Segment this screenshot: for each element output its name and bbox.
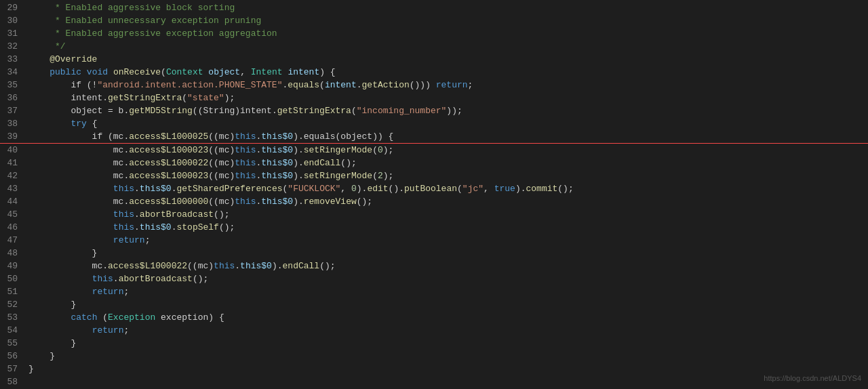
line-content: mc.access$L1000023((mc)this.this$0).setR… xyxy=(26,144,868,157)
line-content: return; xyxy=(26,324,868,337)
token: equals xyxy=(288,80,319,90)
token: stopSelf xyxy=(176,222,218,232)
code-lines: 29 * Enabled aggressive block sorting30 … xyxy=(0,1,868,388)
line-number: 57 xyxy=(0,363,26,375)
token: ((mc) xyxy=(187,261,214,271)
token: public xyxy=(50,67,81,77)
token: exception) { xyxy=(155,312,224,323)
token: this$0 xyxy=(140,184,172,194)
token: } xyxy=(28,338,76,348)
line-number: 40 xyxy=(0,144,26,157)
token xyxy=(81,67,87,77)
token: this$0 xyxy=(261,131,293,142)
token: @Override xyxy=(28,54,97,64)
line-content: } xyxy=(26,363,868,375)
line-content: if (mc.access$L1000025((mc)this.this$0).… xyxy=(26,130,868,143)
token: 0 xyxy=(378,145,383,155)
token xyxy=(28,184,113,194)
token: edit xyxy=(367,184,388,194)
code-line: 58 xyxy=(0,375,868,388)
line-content: @Override xyxy=(26,53,868,66)
token: "FUCKLOCK" xyxy=(288,184,340,194)
token: } xyxy=(28,248,97,258)
token: intent xyxy=(288,67,319,77)
token xyxy=(28,67,50,77)
token: Exception xyxy=(108,312,155,323)
token: 2 xyxy=(378,171,383,181)
line-content: return; xyxy=(26,285,868,298)
token: ); xyxy=(224,93,235,103)
line-content: * Enabled aggressive block sorting xyxy=(26,1,868,14)
code-line: 40 mc.access$L1000023((mc)this.this$0).s… xyxy=(0,144,868,157)
token: . xyxy=(357,80,362,90)
token: return xyxy=(92,287,124,297)
token: (); xyxy=(557,184,573,194)
token: return xyxy=(113,235,145,245)
line-number: 56 xyxy=(0,350,26,363)
code-line: 53 catch (Exception exception) { xyxy=(0,311,868,324)
token: ((mc) xyxy=(208,131,235,142)
token: object = b. xyxy=(28,106,129,116)
token: endCall xyxy=(304,158,341,168)
line-number: 39 xyxy=(0,130,26,143)
token: Intent xyxy=(251,67,283,77)
token: this$0 xyxy=(261,197,293,207)
token: ; xyxy=(468,80,473,90)
line-number: 45 xyxy=(0,208,26,221)
token: onReceive xyxy=(113,67,161,77)
token xyxy=(28,209,113,220)
line-number: 31 xyxy=(0,27,26,40)
token: if (mc. xyxy=(28,131,129,142)
code-line: 48 } xyxy=(0,247,868,260)
code-line: 35 if (!"android.intent.action.PHONE_STA… xyxy=(0,79,868,91)
token: mc. xyxy=(28,171,129,181)
token: * Enabled unnecessary exception pruning xyxy=(28,16,261,26)
token: } xyxy=(28,364,34,374)
token: endCall xyxy=(283,261,320,271)
token: abortBroadcast xyxy=(140,209,214,220)
line-content: this.this$0.stopSelf(); xyxy=(26,221,868,234)
token: mc. xyxy=(28,197,129,207)
token: ; xyxy=(123,287,129,297)
token: )); xyxy=(446,106,462,116)
token: ); xyxy=(383,145,394,155)
line-content: } xyxy=(26,350,868,363)
token: setRingerMode xyxy=(304,171,372,181)
token: (); xyxy=(219,222,235,232)
line-number: 38 xyxy=(0,117,26,130)
token: access$L1000025 xyxy=(129,131,208,142)
code-line: 51 return; xyxy=(0,285,868,298)
token: getStringExtra xyxy=(277,106,351,116)
token: ((mc) xyxy=(208,145,235,155)
token xyxy=(28,119,71,129)
line-number: 35 xyxy=(0,79,26,91)
token: ( xyxy=(319,80,325,90)
token xyxy=(108,67,113,77)
line-number: 41 xyxy=(0,157,26,169)
token: getSharedPreferences xyxy=(176,184,282,194)
token: removeView xyxy=(304,197,357,207)
line-number: 58 xyxy=(0,375,26,388)
token: mc. xyxy=(28,158,129,168)
line-number: 43 xyxy=(0,182,26,195)
line-number: 34 xyxy=(0,66,26,79)
line-number: 44 xyxy=(0,195,26,208)
line-content: return; xyxy=(26,234,868,247)
token: access$L1000023 xyxy=(129,145,208,155)
line-content: * Enabled aggressive exception aggregati… xyxy=(26,27,868,40)
line-number: 48 xyxy=(0,247,26,260)
line-number: 46 xyxy=(0,221,26,234)
token: access$L1000023 xyxy=(129,171,208,181)
token xyxy=(28,325,92,335)
token: ; xyxy=(123,325,129,335)
code-line: 50 this.abortBroadcast(); xyxy=(0,272,868,285)
token: . xyxy=(113,274,119,284)
code-line: 57} xyxy=(0,363,868,375)
line-number: 33 xyxy=(0,53,26,66)
token: this xyxy=(113,209,134,220)
line-content: */ xyxy=(26,40,868,53)
token: ((mc) xyxy=(208,197,235,207)
token: ( xyxy=(351,106,357,116)
token: (); xyxy=(340,158,356,168)
token: this xyxy=(235,171,256,181)
